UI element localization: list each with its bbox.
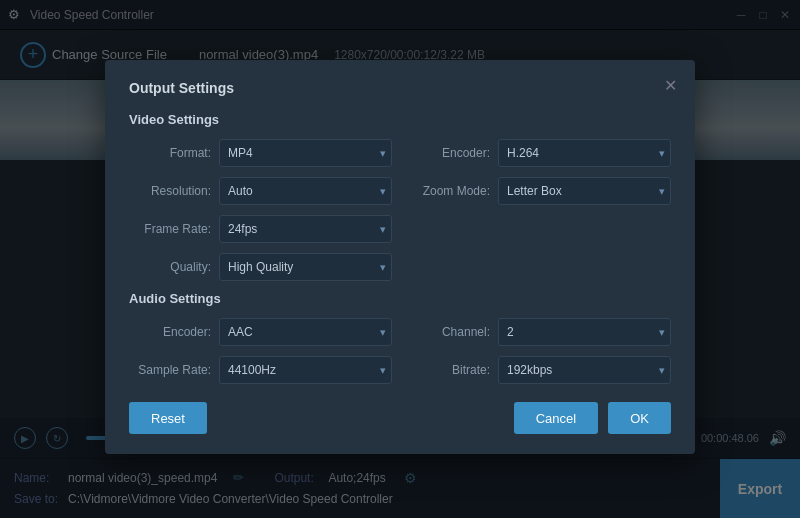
resolution-row: Resolution: Auto1920x10801280x720854x480 — [129, 177, 392, 205]
output-settings-dialog: Output Settings ✕ Video Settings Format:… — [105, 60, 695, 454]
encoder-video-select-wrapper: H.264H.265MPEG-4 — [498, 139, 671, 167]
bitrate-row: Bitrate: 192kbps128kbps320kbps — [408, 356, 671, 384]
sample-rate-select[interactable]: 44100Hz22050Hz48000Hz — [219, 356, 392, 384]
encoder-video-label: Encoder: — [408, 146, 490, 160]
format-row: Format: MP4AVIMOVMKV — [129, 139, 392, 167]
cancel-button[interactable]: Cancel — [514, 402, 598, 434]
dialog-title: Output Settings — [129, 80, 671, 96]
resolution-label: Resolution: — [129, 184, 211, 198]
audio-encoder-row: Encoder: AACMP3AC3 — [129, 318, 392, 346]
zoom-mode-label: Zoom Mode: — [408, 184, 490, 198]
format-select[interactable]: MP4AVIMOVMKV — [219, 139, 392, 167]
quality-row: Quality: High QualityMedium QualityLow Q… — [129, 253, 392, 281]
reset-button[interactable]: Reset — [129, 402, 207, 434]
sample-rate-row: Sample Rate: 44100Hz22050Hz48000Hz — [129, 356, 392, 384]
channel-label: Channel: — [408, 325, 490, 339]
encoder-video-row: Encoder: H.264H.265MPEG-4 — [408, 139, 671, 167]
quality-select-wrapper: High QualityMedium QualityLow Quality — [219, 253, 392, 281]
audio-section: Audio Settings Encoder: AACMP3AC3 Channe… — [129, 291, 671, 384]
ok-button[interactable]: OK — [608, 402, 671, 434]
channel-row: Channel: 216 — [408, 318, 671, 346]
video-settings-grid: Format: MP4AVIMOVMKV Encoder: H.264H.265… — [129, 139, 671, 281]
bitrate-label: Bitrate: — [408, 363, 490, 377]
frame-rate-row: Frame Rate: 24fps30fps60fps — [129, 215, 392, 243]
sample-rate-select-wrapper: 44100Hz22050Hz48000Hz — [219, 356, 392, 384]
sample-rate-label: Sample Rate: — [129, 363, 211, 377]
zoom-mode-row: Zoom Mode: Letter BoxPan & ScanFull — [408, 177, 671, 205]
resolution-select-wrapper: Auto1920x10801280x720854x480 — [219, 177, 392, 205]
channel-select[interactable]: 216 — [498, 318, 671, 346]
zoom-mode-select-wrapper: Letter BoxPan & ScanFull — [498, 177, 671, 205]
bitrate-select-wrapper: 192kbps128kbps320kbps — [498, 356, 671, 384]
dialog-footer: Reset Cancel OK — [129, 402, 671, 434]
audio-encoder-label: Encoder: — [129, 325, 211, 339]
resolution-select[interactable]: Auto1920x10801280x720854x480 — [219, 177, 392, 205]
format-label: Format: — [129, 146, 211, 160]
frame-rate-select-wrapper: 24fps30fps60fps — [219, 215, 392, 243]
video-settings-heading: Video Settings — [129, 112, 671, 127]
quality-select[interactable]: High QualityMedium QualityLow Quality — [219, 253, 392, 281]
zoom-mode-select[interactable]: Letter BoxPan & ScanFull — [498, 177, 671, 205]
quality-label: Quality: — [129, 260, 211, 274]
dialog-close-button[interactable]: ✕ — [659, 74, 681, 96]
audio-settings-grid: Encoder: AACMP3AC3 Channel: 216 — [129, 318, 671, 384]
format-select-wrapper: MP4AVIMOVMKV — [219, 139, 392, 167]
audio-encoder-select[interactable]: AACMP3AC3 — [219, 318, 392, 346]
encoder-video-select[interactable]: H.264H.265MPEG-4 — [498, 139, 671, 167]
modal-overlay: Output Settings ✕ Video Settings Format:… — [0, 0, 800, 518]
bitrate-select[interactable]: 192kbps128kbps320kbps — [498, 356, 671, 384]
frame-rate-select[interactable]: 24fps30fps60fps — [219, 215, 392, 243]
channel-select-wrapper: 216 — [498, 318, 671, 346]
footer-right-buttons: Cancel OK — [514, 402, 671, 434]
audio-encoder-select-wrapper: AACMP3AC3 — [219, 318, 392, 346]
frame-rate-label: Frame Rate: — [129, 222, 211, 236]
audio-settings-heading: Audio Settings — [129, 291, 671, 306]
